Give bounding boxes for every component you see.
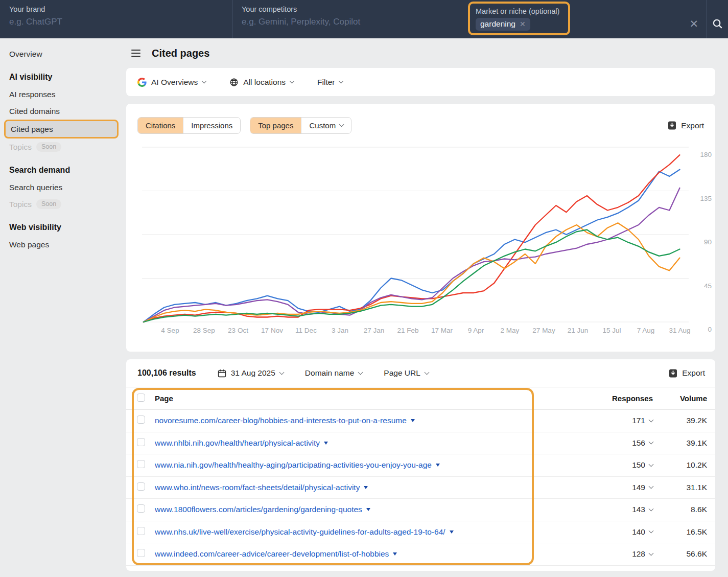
dropdown-caret-icon[interactable] <box>450 530 454 534</box>
page-link[interactable]: www.indeed.com/career-advice/career-deve… <box>155 549 389 559</box>
table-row: www.nhlbi.nih.gov/health/heart/physical-… <box>126 432 715 455</box>
y-tick-label: 90 <box>704 238 712 246</box>
display-as-label: Page URL <box>384 368 420 378</box>
group-by-label: Domain name <box>305 368 355 378</box>
sidebar-item-label: Web pages <box>9 240 49 249</box>
topbar: Your brand e.g. ChatGPT Your competitors… <box>0 0 728 38</box>
sidebar-item-label: Search demand <box>9 166 70 174</box>
engine-dropdown[interactable]: AI Overviews <box>137 78 206 87</box>
column-header-page: Page <box>155 394 576 403</box>
chevron-down-icon <box>279 370 284 375</box>
dropdown-caret-icon[interactable] <box>411 419 415 422</box>
sidebar: OverviewAI visibilityAI responsesCited d… <box>0 38 125 577</box>
competitors-field[interactable]: Your competitors e.g. Gemini, Perplexity… <box>242 5 360 27</box>
chart-line-series_3_purple <box>144 188 680 322</box>
responses-value: 149 <box>632 483 645 492</box>
volume-value: 56.6K <box>653 549 707 559</box>
x-tick-label: 9 Apr <box>468 327 484 334</box>
export-button[interactable]: Export <box>669 368 705 378</box>
location-dropdown[interactable]: All locations <box>229 78 294 87</box>
citations-line-chart: 180135904504 Sep28 Sep23 Oct17 Nov11 Dec… <box>134 141 717 341</box>
dropdown-caret-icon[interactable] <box>324 442 328 445</box>
responses-value: 150 <box>632 460 645 470</box>
responses-value: 143 <box>632 505 645 514</box>
sidebar-item-search-demand: Search demand <box>9 166 119 175</box>
export-button[interactable]: Export <box>668 121 704 130</box>
tab-citations[interactable]: Citations <box>138 118 183 133</box>
sidebar-item-ai-visibility: AI visibility <box>9 73 119 82</box>
soon-badge: Soon <box>36 199 61 209</box>
sidebar-item-search-queries[interactable]: Search queries <box>4 179 119 196</box>
market-tag[interactable]: gardening ✕ <box>476 18 530 31</box>
tab-custom[interactable]: Custom <box>301 118 351 133</box>
x-tick-label: 28 Sep <box>193 327 215 334</box>
display-as-dropdown[interactable]: Page URL <box>384 368 429 378</box>
sidebar-item-ai-responses[interactable]: AI responses <box>4 86 119 103</box>
table-row: www.1800flowers.com/articles/gardening/g… <box>126 499 715 521</box>
menu-icon[interactable] <box>131 50 140 57</box>
x-tick-label: 23 Oct <box>228 327 248 334</box>
chart-controls: Citations Impressions Top pages Custom E… <box>126 104 715 134</box>
sidebar-item-topics: TopicsSoon <box>4 196 119 213</box>
page-title: Cited pages <box>152 48 209 59</box>
sidebar-item-web-pages[interactable]: Web pages <box>4 236 119 253</box>
market-field-annotation: Market or niche (optional) gardening ✕ <box>468 2 570 35</box>
volume-value: 16.5K <box>653 527 707 537</box>
y-tick-label: 180 <box>700 151 712 158</box>
dropdown-caret-icon[interactable] <box>364 486 368 489</box>
column-header-responses: Responses <box>576 394 653 403</box>
row-checkbox[interactable] <box>137 527 145 535</box>
sidebar-item-overview[interactable]: Overview <box>4 45 119 62</box>
competitors-input[interactable]: e.g. Gemini, Perplexity, Copilot <box>242 17 360 27</box>
sidebar-item-label: Search queries <box>9 183 62 192</box>
row-checkbox[interactable] <box>137 482 145 491</box>
date-dropdown[interactable]: 31 Aug 2025 <box>218 368 284 378</box>
table-row: www.nhs.uk/live-well/exercise/physical-a… <box>126 521 715 544</box>
x-tick-label: 21 Feb <box>397 327 418 334</box>
volume-value: 10.2K <box>653 460 707 470</box>
x-tick-label: 4 Sep <box>161 327 179 334</box>
volume-value: 39.2K <box>653 416 707 425</box>
sidebar-item-cited-domains[interactable]: Cited domains <box>4 103 119 120</box>
sidebar-item-cited-pages[interactable]: Cited pages <box>4 120 119 139</box>
filter-dropdown[interactable]: Filter <box>317 78 343 87</box>
x-tick-label: 31 Aug <box>669 327 690 334</box>
page-link[interactable]: www.nhs.uk/live-well/exercise/physical-a… <box>155 527 445 537</box>
row-checkbox[interactable] <box>137 460 145 468</box>
sidebar-item-label: Cited domains <box>9 107 60 116</box>
export-button-label: Export <box>681 121 704 130</box>
dropdown-caret-icon[interactable] <box>366 508 370 511</box>
x-tick-label: 27 May <box>532 327 555 334</box>
search-icon[interactable] <box>712 18 723 31</box>
x-tick-label: 17 Nov <box>261 327 283 334</box>
chevron-down-icon <box>339 79 344 84</box>
tab-top-pages[interactable]: Top pages <box>250 118 301 133</box>
page-link[interactable]: www.1800flowers.com/articles/gardening/g… <box>155 505 362 514</box>
x-tick-label: 21 Jun <box>568 327 589 334</box>
table-row: novoresume.com/career-blog/hobbies-and-i… <box>126 410 715 432</box>
close-icon[interactable]: ✕ <box>689 18 698 29</box>
tab-impressions[interactable]: Impressions <box>183 118 240 133</box>
dropdown-caret-icon[interactable] <box>436 464 440 467</box>
page-link[interactable]: www.who.int/news-room/fact-sheets/detail… <box>155 483 360 492</box>
select-all-checkbox[interactable] <box>137 394 145 402</box>
brand-field[interactable]: Your brand e.g. ChatGPT <box>9 5 62 27</box>
table-row: www.nia.nih.gov/health/healthy-aging/par… <box>126 454 715 477</box>
market-label: Market or niche (optional) <box>476 7 562 15</box>
group-by-dropdown[interactable]: Domain name <box>305 368 363 378</box>
sidebar-item-label: Web visibility <box>9 223 61 232</box>
row-checkbox[interactable] <box>137 438 145 446</box>
brand-input[interactable]: e.g. ChatGPT <box>9 17 62 27</box>
sidebar-item-label: AI responses <box>9 90 55 99</box>
tag-remove-icon[interactable]: ✕ <box>520 20 526 28</box>
page-link[interactable]: novoresume.com/career-blog/hobbies-and-i… <box>155 416 407 425</box>
x-tick-label: 27 Jan <box>364 327 385 334</box>
row-checkbox[interactable] <box>137 504 145 513</box>
filter-bar: AI Overviews All locations Filter <box>126 68 715 96</box>
page-link[interactable]: www.nia.nih.gov/health/healthy-aging/par… <box>155 460 432 470</box>
row-checkbox[interactable] <box>137 416 145 424</box>
page-link[interactable]: www.nhlbi.nih.gov/health/heart/physical-… <box>155 438 320 448</box>
sidebar-item-label: Cited pages <box>11 125 53 134</box>
dropdown-caret-icon[interactable] <box>393 552 397 556</box>
row-checkbox[interactable] <box>137 549 145 557</box>
